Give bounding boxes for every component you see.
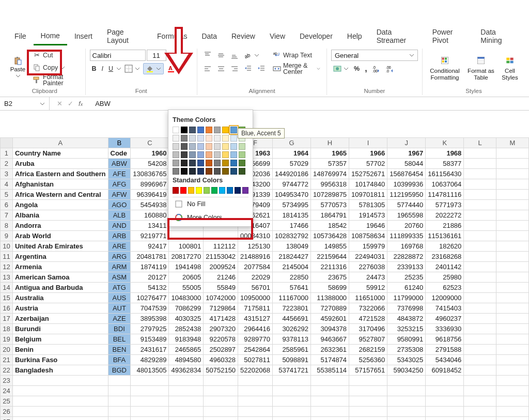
cell[interactable]	[169, 396, 204, 407]
color-swatch[interactable]	[189, 135, 196, 142]
color-swatch[interactable]	[219, 187, 225, 194]
cell[interactable]: 111899335	[387, 231, 426, 241]
cell[interactable]: 138049	[272, 241, 310, 252]
cell[interactable]: 9618756	[426, 334, 464, 345]
accounting-format-button[interactable]	[331, 63, 351, 74]
cell[interactable]: 20481781	[131, 252, 169, 262]
cell[interactable]	[464, 159, 496, 169]
cell[interactable]: 23168268	[426, 252, 464, 262]
cell[interactable]	[496, 293, 529, 303]
cell[interactable]: 5771973	[426, 200, 464, 210]
cell[interactable]	[387, 386, 426, 396]
cell[interactable]	[108, 386, 131, 396]
color-swatch[interactable]	[222, 168, 229, 175]
row-header[interactable]: 1	[1, 148, 13, 159]
row-header[interactable]: 27	[1, 417, 13, 421]
cell[interactable]: AFW	[108, 190, 131, 200]
color-swatch[interactable]	[181, 143, 188, 150]
row-header[interactable]: 7	[1, 210, 13, 221]
cell[interactable]: 4960328	[204, 355, 238, 365]
cell[interactable]: 54132	[131, 283, 169, 293]
cell[interactable]	[464, 345, 496, 355]
cancel-edit-icon[interactable]: ✕	[57, 100, 63, 107]
tab-developer[interactable]: Developer	[292, 30, 340, 44]
color-swatch[interactable]	[188, 187, 194, 194]
color-swatch[interactable]	[173, 187, 179, 194]
cell[interactable]: 149855	[311, 241, 349, 252]
color-swatch[interactable]	[222, 127, 229, 133]
color-swatch[interactable]	[181, 127, 188, 133]
color-swatch[interactable]	[197, 151, 204, 158]
cell[interactable]	[108, 407, 131, 417]
cell[interactable]: 3094378	[311, 324, 349, 334]
column-header[interactable]: K	[426, 138, 464, 148]
color-swatch[interactable]	[214, 168, 221, 175]
align-left-button[interactable]	[201, 63, 214, 74]
cell[interactable]	[349, 396, 387, 407]
cell[interactable]	[169, 407, 204, 417]
cell[interactable]: 3336930	[426, 324, 464, 334]
cell[interactable]: 5770573	[311, 200, 349, 210]
cell[interactable]: Argentina	[12, 252, 108, 262]
column-header[interactable]: G	[272, 138, 310, 148]
cell[interactable]: 8996967	[131, 179, 169, 190]
cell[interactable]: Aruba	[12, 159, 108, 169]
cell[interactable]: Andorra	[12, 221, 108, 231]
cell[interactable]: 7086299	[169, 303, 204, 314]
tab-formulas[interactable]: Formulas	[150, 30, 194, 44]
cell[interactable]: 104953470	[272, 190, 310, 200]
align-right-button[interactable]	[228, 63, 241, 74]
cell[interactable]	[496, 221, 529, 231]
row-header[interactable]: 25	[1, 396, 13, 407]
cell[interactable]: 57029	[272, 159, 310, 169]
color-swatch[interactable]	[239, 143, 245, 150]
cell[interactable]: ARG	[108, 252, 131, 262]
cell[interactable]: 2585961	[272, 345, 310, 355]
cell[interactable]	[387, 407, 426, 417]
tab-file[interactable]: File	[7, 30, 34, 44]
tab-datastreamer[interactable]: Data Streamer	[369, 26, 425, 49]
cell[interactable]	[169, 231, 204, 241]
color-swatch[interactable]	[173, 127, 179, 133]
cell[interactable]: 9956318	[311, 179, 349, 190]
cell[interactable]: 3170496	[349, 324, 387, 334]
cell[interactable]	[204, 407, 238, 417]
color-swatch[interactable]	[189, 160, 196, 166]
conditional-formatting-button[interactable]: Conditional Formatting	[427, 50, 463, 86]
cell[interactable]: 9289770	[238, 334, 273, 345]
tab-powerpivot[interactable]: Power Pivot	[425, 26, 474, 49]
cell[interactable]: AFE	[108, 169, 131, 179]
cell[interactable]	[496, 386, 529, 396]
cell[interactable]	[496, 210, 529, 221]
color-swatch[interactable]	[239, 168, 245, 175]
cell[interactable]: 152752671	[349, 169, 387, 179]
cell[interactable]	[464, 241, 496, 252]
decrease-indent-button[interactable]	[242, 63, 254, 74]
cell[interactable]: Bangladesh	[12, 365, 108, 376]
format-painter-button[interactable]: Format Painter	[30, 74, 81, 86]
cell[interactable]	[311, 386, 349, 396]
cell[interactable]: Angola	[12, 200, 108, 210]
cell[interactable]: 4960237	[426, 314, 464, 324]
color-swatch[interactable]	[181, 160, 188, 166]
cell[interactable]	[464, 148, 496, 159]
cell[interactable]: 1965598	[387, 210, 426, 221]
color-swatch[interactable]	[189, 143, 196, 150]
cell[interactable]: 9378113	[272, 334, 310, 345]
cell[interactable]: 48013505	[131, 365, 169, 376]
color-swatch[interactable]	[214, 127, 221, 133]
column-header[interactable]: C	[131, 138, 169, 148]
cell[interactable]: ASM	[108, 272, 131, 283]
cell[interactable]	[496, 303, 529, 314]
tab-pagelayout[interactable]: Page Layout	[100, 26, 150, 49]
color-swatch[interactable]	[206, 151, 212, 158]
cell[interactable]	[464, 365, 496, 376]
cell[interactable]: 22159644	[311, 252, 349, 262]
cell[interactable]	[272, 417, 310, 421]
cell[interactable]	[169, 417, 204, 421]
cell[interactable]: 59912	[349, 283, 387, 293]
cell[interactable]: 144920186	[272, 169, 310, 179]
decrease-decimal-button[interactable]: .00.0	[384, 63, 396, 74]
cell[interactable]	[496, 396, 529, 407]
color-swatch[interactable]	[211, 187, 217, 194]
